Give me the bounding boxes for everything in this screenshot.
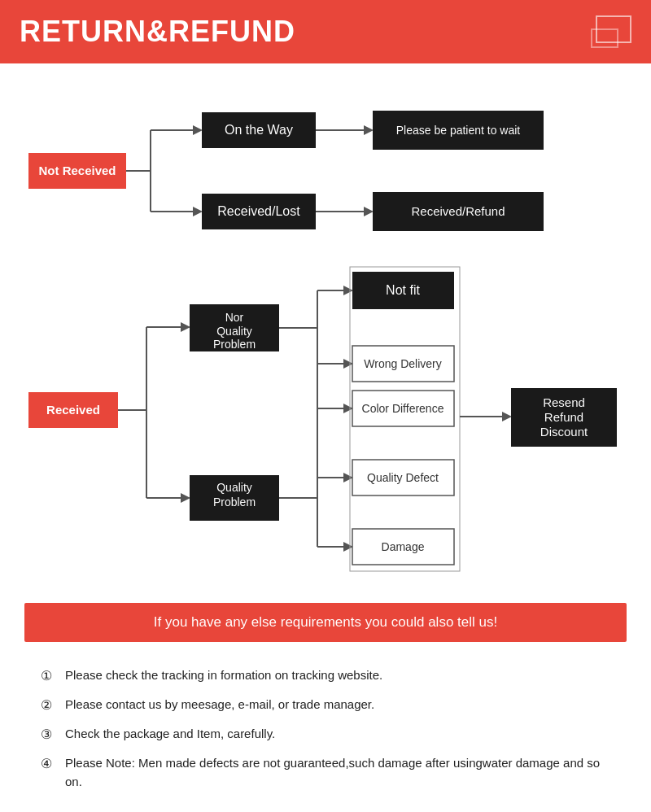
notfit-label: Not fit [386, 283, 420, 297]
nq-line1: Nor [225, 311, 244, 324]
wrongdel-arrow [343, 359, 353, 369]
arrow-1 [193, 125, 203, 135]
qualdef-label: Quality Defect [367, 471, 439, 484]
not-received-diagram: Not Received On the Way Please be patien… [24, 80, 643, 242]
colordiff-label: Color Difference [362, 402, 444, 415]
nq-arrow [181, 322, 190, 332]
result-line2: Refund [544, 410, 583, 424]
instruction-text-1: Please check the tracking in formation o… [65, 666, 382, 685]
notfit-arrow [343, 286, 353, 295]
on-the-way-label: On the Way [225, 123, 293, 137]
arrow-2 [364, 125, 374, 135]
refund-label: Received/Refund [411, 204, 505, 218]
patient-label: Please be patient to wait [396, 124, 521, 137]
received-lost-label: Received/Lost [217, 204, 300, 218]
colordiff-arrow [343, 404, 353, 413]
not-received-label: Not Received [38, 164, 116, 177]
arrow-4 [364, 207, 374, 216]
note-box: If you have any else requirements you co… [24, 603, 627, 642]
damage-arrow [343, 542, 353, 552]
nq-line2: Quality [216, 325, 252, 338]
instruction-item-4: ④Please Note: Men made defects are not g… [41, 754, 618, 791]
instruction-num-4: ④ [41, 754, 59, 774]
main-content: Not Received On the Way Please be patien… [0, 63, 651, 812]
instruction-text-2: Please contact us by meesage, e-mail, or… [65, 696, 374, 714]
wrongdel-label: Wrong Delivery [364, 357, 441, 370]
instruction-num-2: ② [41, 696, 59, 715]
page-header: RETURN&REFUND [0, 0, 651, 63]
instruction-item-3: ③Check the package and Item, carefully. [41, 725, 618, 744]
note-text: If you have any else requirements you co… [154, 614, 497, 630]
qualdef-arrow [343, 473, 353, 482]
arrow-3 [193, 207, 203, 216]
items-group-border [350, 267, 460, 571]
qp-line1: Quality [216, 481, 252, 494]
instruction-num-1: ① [41, 666, 59, 686]
result-line3: Discount [540, 425, 588, 439]
instruction-text-3: Check the package and Item, carefully. [65, 725, 275, 744]
qp-line2: Problem [213, 495, 256, 509]
received-diagram: Received Nor Quality Problem Quality Pro… [24, 246, 643, 587]
instruction-text-4: Please Note: Men made defects are not gu… [65, 754, 618, 791]
instructions-section: ①Please check the tracking in formation … [24, 658, 627, 809]
received-label: Received [46, 403, 100, 417]
qp-arrow [181, 493, 190, 503]
instruction-item-2: ②Please contact us by meesage, e-mail, o… [41, 696, 618, 715]
page-title: RETURN&REFUND [20, 15, 295, 49]
result-arrow [502, 412, 512, 421]
instruction-item-1: ①Please check the tracking in formation … [41, 666, 618, 686]
instruction-num-3: ③ [41, 725, 59, 744]
damage-label: Damage [382, 540, 425, 553]
header-decoration [591, 15, 631, 48]
nq-line3: Problem [213, 338, 256, 351]
flow-diagram: Not Received On the Way Please be patien… [24, 80, 627, 591]
result-line1: Resend [543, 395, 585, 409]
